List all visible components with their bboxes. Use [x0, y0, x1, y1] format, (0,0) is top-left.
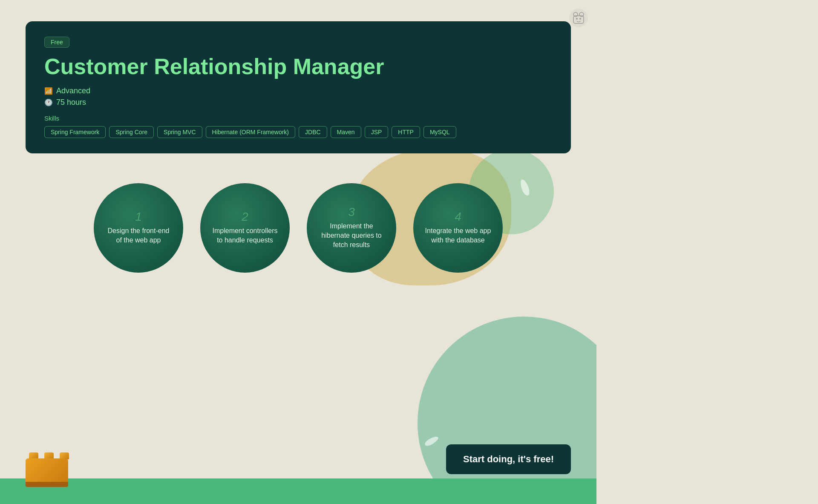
step-number: 2 — [242, 211, 248, 223]
svg-point-5 — [579, 18, 581, 20]
level-label: Advanced — [56, 86, 90, 95]
main-content: Free Customer Relationship Manager 📶 Adv… — [0, 0, 596, 273]
skill-tag: Spring Framework — [44, 126, 106, 138]
bg-shape-green-large — [418, 317, 596, 504]
skill-tag: JDBC — [299, 126, 327, 138]
step-circle: 4Integrate the web app with the database — [413, 183, 503, 273]
step-circle: 3Implement the hibernate queries to fetc… — [307, 183, 396, 273]
svg-rect-0 — [569, 9, 588, 27]
skill-tag: HTTP — [392, 126, 420, 138]
skill-tag: Maven — [331, 126, 361, 138]
lego-brick — [26, 458, 68, 487]
step-number: 4 — [455, 211, 461, 223]
cta-button[interactable]: Start doing, it's free! — [446, 444, 571, 474]
lego-body — [26, 458, 68, 482]
step-number: 3 — [348, 206, 355, 218]
clock-icon: 🕐 — [44, 98, 53, 107]
step-text: Implement the hibernate queries to fetch… — [317, 222, 386, 250]
duration-label: 75 hours — [56, 98, 86, 107]
step-number: 1 — [135, 211, 142, 223]
step-circle: 2Implement controllers to handle request… — [200, 183, 290, 273]
bottom-bar — [0, 478, 596, 504]
bear-icon — [569, 9, 588, 27]
step-circle: 1Design the front-end of the web app — [94, 183, 183, 273]
step-text: Design the front-end of the web app — [104, 226, 173, 245]
skill-tag: Hibernate (ORM Framework) — [206, 126, 295, 138]
skills-label: Skills — [44, 115, 552, 122]
skill-tag: MySQL — [423, 126, 456, 138]
step-text: Integrate the web app with the database — [423, 226, 493, 245]
meta-row: 📶 Advanced 🕐 75 hours — [44, 86, 552, 107]
steps-section: 1Design the front-end of the web app2Imp… — [26, 183, 571, 273]
free-badge: Free — [44, 37, 69, 48]
duration-item: 🕐 75 hours — [44, 98, 552, 107]
skill-tag: Spring MVC — [157, 126, 202, 138]
step-text: Implement controllers to handle requests — [210, 226, 279, 245]
skills-list: Spring FrameworkSpring CoreSpring MVCHib… — [44, 126, 552, 138]
lego-bottom — [26, 482, 68, 487]
level-item: 📶 Advanced — [44, 86, 552, 95]
course-title: Customer Relationship Manager — [44, 55, 552, 79]
level-icon: 📶 — [44, 87, 53, 95]
skill-tag: JSP — [365, 126, 389, 138]
skill-tag: Spring Core — [109, 126, 154, 138]
svg-point-4 — [576, 18, 578, 20]
header-card: Free Customer Relationship Manager 📶 Adv… — [26, 21, 571, 153]
